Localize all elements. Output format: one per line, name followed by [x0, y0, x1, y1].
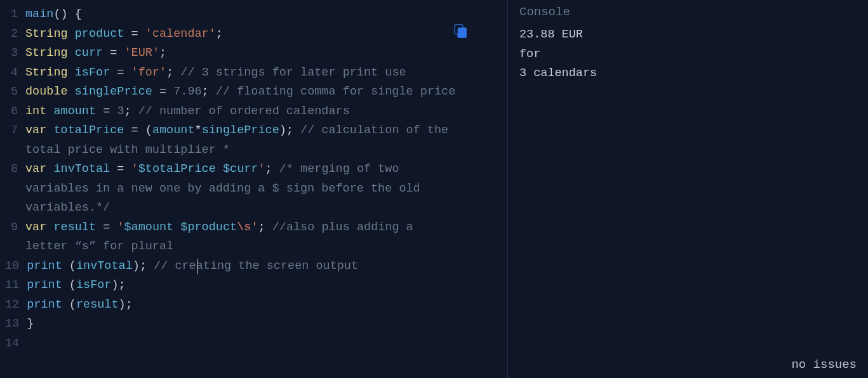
code-line[interactable]: 11print (isFor);	[5, 276, 502, 296]
code-line[interactable]: 10print (invTotal); // creating the scre…	[5, 257, 502, 277]
token-pun: ;	[265, 162, 279, 176]
code-area[interactable]: 1main() {2String product = 'calendar';3S…	[0, 5, 507, 353]
token-pun	[124, 27, 131, 41]
console-output: 23.88 EUR for 3 calendars	[508, 25, 868, 84]
token-op: =	[117, 162, 124, 176]
token-str: EUR	[131, 46, 152, 60]
token-op: =	[117, 66, 124, 79]
token-type: var	[25, 124, 46, 137]
token-fn: print	[27, 298, 62, 311]
code-line[interactable]: 13}	[5, 315, 502, 334]
code-source[interactable]: main() {	[25, 5, 502, 25]
token-pun: (	[62, 259, 76, 273]
code-source[interactable]: String isFor = 'for'; // 3 strings for l…	[25, 63, 502, 83]
line-number: 9	[5, 218, 25, 238]
token-pun: }	[27, 317, 34, 330]
code-line[interactable]: 2String product = 'calendar';	[5, 25, 502, 44]
code-source[interactable]: }	[27, 315, 502, 334]
token-pun	[68, 85, 75, 98]
line-number: 14	[5, 334, 27, 354]
token-str: for	[138, 66, 159, 79]
token-var: product	[75, 27, 124, 41]
token-var: isFor	[76, 278, 112, 292]
token-pun	[68, 27, 75, 41]
token-pun	[124, 124, 131, 137]
token-pun	[68, 46, 75, 60]
token-pun	[117, 46, 124, 60]
token-strd: '	[159, 66, 166, 79]
token-pun: (	[138, 124, 152, 137]
code-line[interactable]: 4String isFor = 'for'; // 3 strings for …	[5, 63, 502, 83]
token-pun	[68, 66, 75, 79]
code-source[interactable]: var totalPrice = (amount*singlePrice); /…	[25, 121, 502, 160]
code-source[interactable]: String product = 'calendar';	[25, 25, 502, 44]
token-pun: ;	[124, 105, 138, 118]
token-var: amount	[152, 124, 195, 137]
token-strd: '	[251, 221, 258, 234]
token-pun	[124, 66, 131, 79]
token-pun	[138, 27, 145, 41]
token-cmt: // floating comma for single price	[216, 85, 455, 98]
line-number: 5	[5, 82, 25, 102]
line-number: 6	[5, 102, 25, 122]
token-op: =	[103, 105, 110, 118]
line-number: 4	[5, 63, 25, 83]
token-strv: $amount	[124, 221, 173, 234]
token-var: isFor	[75, 66, 110, 79]
code-line[interactable]: 6int amount = 3; // number of ordered ca…	[5, 102, 502, 122]
token-pun: );	[279, 124, 300, 137]
token-cmt: // number of ordered calendars	[138, 105, 350, 118]
code-line[interactable]: 7var totalPrice = (amount*singlePrice); …	[5, 121, 502, 160]
code-line[interactable]: 14	[5, 334, 502, 354]
token-op: =	[131, 27, 138, 41]
token-fn: print	[27, 259, 62, 273]
editor-panel[interactable]: 1main() {2String product = 'calendar';3S…	[0, 0, 508, 378]
token-pun: );	[119, 298, 133, 311]
code-line[interactable]: 9var result = '$amount $product\s'; //al…	[5, 218, 502, 257]
token-esc: \s	[237, 221, 251, 234]
token-strv: $product	[180, 221, 237, 234]
token-var: singlePrice	[202, 124, 279, 137]
code-source[interactable]: var result = '$amount $product\s'; //als…	[25, 218, 502, 257]
token-strd: '	[209, 27, 216, 41]
token-pun: );	[111, 278, 125, 292]
token-fn: main	[25, 8, 53, 21]
code-source[interactable]: print (result);	[27, 296, 502, 315]
token-var: result	[76, 298, 119, 311]
code-source[interactable]: print (isFor);	[27, 276, 502, 296]
code-source[interactable]: String curr = 'EUR';	[25, 44, 502, 63]
code-line[interactable]: 5double singlePrice = 7.96; // floating …	[5, 82, 502, 102]
token-strd: '	[124, 46, 131, 60]
token-pun: );	[133, 259, 154, 273]
token-pun	[110, 105, 117, 118]
console-title: Console	[508, 5, 868, 25]
token-type: double	[25, 85, 68, 98]
token-var: invTotal	[76, 259, 133, 273]
token-var: amount	[53, 105, 96, 118]
token-strd: '	[131, 66, 138, 79]
token-pun	[152, 85, 159, 98]
token-type: int	[25, 105, 46, 118]
token-type: String	[25, 66, 68, 79]
token-var: singlePrice	[75, 85, 152, 98]
code-line[interactable]: 1main() {	[5, 5, 502, 25]
code-line[interactable]: 3String curr = 'EUR';	[5, 44, 502, 63]
code-line[interactable]: 12print (result);	[5, 296, 502, 315]
token-type: String	[25, 27, 68, 41]
token-op: =	[103, 221, 110, 234]
token-pun: (	[62, 298, 76, 311]
code-source[interactable]: print (invTotal); // creating the screen…	[27, 257, 502, 277]
token-var: result	[53, 221, 96, 234]
line-number: 11	[5, 276, 27, 296]
token-strd: '	[145, 27, 152, 41]
token-type: var	[25, 162, 46, 176]
token-pun: ;	[216, 27, 223, 41]
text-cursor	[197, 259, 198, 274]
token-cmt: // creating the screen output	[154, 259, 358, 273]
code-line[interactable]: 8var invTotal = '$totalPrice $curr'; /* …	[5, 160, 502, 218]
issues-status[interactable]: no issues	[791, 358, 857, 372]
token-strd: '	[117, 221, 124, 234]
code-source[interactable]: double singlePrice = 7.96; // floating c…	[25, 82, 502, 102]
code-source[interactable]: var invTotal = '$totalPrice $curr'; /* m…	[25, 160, 502, 218]
code-source[interactable]: int amount = 3; // number of ordered cal…	[25, 102, 502, 122]
